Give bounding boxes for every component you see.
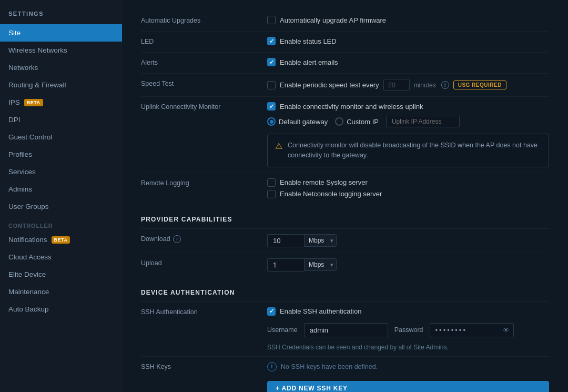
remote-syslog-wrapper[interactable]: Enable remote Syslog server [267,178,549,187]
led-checkbox-wrapper[interactable]: Enable status LED [267,37,549,45]
download-row: Download i Kbps Mbps Gbps [141,229,549,253]
show-password-icon[interactable]: 👁 [503,326,510,334]
speed-test-interval-input[interactable] [383,79,410,91]
sidebar-item-guest-control[interactable]: Guest Control [0,128,122,146]
download-unit-select[interactable]: Kbps Mbps Gbps [304,234,337,247]
remote-logging-label: Remote Logging [141,178,267,187]
alerts-control: Enable alert emails [267,58,549,66]
speed-test-info-icon[interactable]: i [441,81,449,89]
uplink-monitor-checkbox[interactable] [267,102,276,110]
automatic-upgrades-checkbox-label: Automatically upgrade AP firmware [280,16,386,24]
radio-dot-custom-ip[interactable] [335,117,343,126]
sidebar-item-ips[interactable]: IPS BETA [0,94,122,111]
alerts-checkbox-wrapper[interactable]: Enable alert emails [267,58,549,66]
alerts-checkbox[interactable] [267,58,276,66]
upload-row: Upload Kbps Mbps Gbps [141,253,549,277]
sidebar-item-networks[interactable]: Networks [0,59,122,76]
username-label: Username [267,326,298,334]
sidebar-item-profiles[interactable]: Profiles [0,146,122,163]
radio-dot-default-gateway[interactable] [267,117,276,126]
sidebar-item-user-groups[interactable]: User Groups [0,198,122,215]
sidebar-item-dpi[interactable]: DPI [0,111,122,128]
sidebar-item-elite-device[interactable]: Elite Device [0,266,122,283]
ssh-info-icon: i [267,362,277,371]
automatic-upgrades-checkbox-wrapper[interactable]: Automatically upgrade AP firmware [267,16,549,24]
remote-logging-row: Remote Logging Enable remote Syslog serv… [141,173,549,204]
speed-test-checkbox-wrapper[interactable]: Enable periodic speed test every [267,81,379,89]
netconsole-checkbox[interactable] [267,190,276,198]
ips-beta-badge: BETA [24,99,43,106]
speed-test-label: Speed Test [141,79,267,87]
radio-label-custom-ip: Custom IP [347,118,379,126]
led-checkbox-label: Enable status LED [280,37,337,45]
ssh-credentials-note: SSH Credentials can be seen and changed … [267,344,549,351]
ssh-auth-checkbox-wrapper[interactable]: Enable SSH authentication [267,307,549,316]
sidebar-item-routing-firewall[interactable]: Routing & Firewall [0,76,122,94]
ssh-keys-row: SSH Keys i No SSH keys have been defined… [141,357,549,393]
device-auth-heading: DEVICE AUTHENTICATION [141,277,549,302]
download-label: Download i [141,234,267,243]
sidebar-item-notifications[interactable]: Notifications BETA [0,231,122,248]
password-wrapper: 👁 [430,323,514,337]
uplink-monitor-checkbox-wrapper[interactable]: Enable connectivity monitor and wireless… [267,102,549,110]
notifications-beta-badge: BETA [52,236,70,244]
warning-triangle-icon: ⚠ [275,141,282,151]
ssh-auth-row: SSH Authentication Enable SSH authentica… [141,302,549,357]
speed-test-control: Enable periodic speed test every minutes… [267,79,549,91]
automatic-upgrades-checkbox[interactable] [267,16,276,24]
led-checkbox[interactable] [267,37,276,45]
upload-label: Upload [141,258,267,267]
add-ssh-key-button[interactable]: + ADD NEW SSH KEY [267,381,549,393]
username-input[interactable] [304,323,388,337]
radio-custom-ip[interactable]: Custom IP [335,117,379,126]
download-info-icon[interactable]: i [173,235,181,243]
speed-test-unit-label: minutes [414,82,436,89]
download-input-group: Kbps Mbps Gbps [267,234,337,247]
sidebar-item-cloud-access[interactable]: Cloud Access [0,248,122,266]
download-control: Kbps Mbps Gbps [267,234,549,247]
ssh-auth-checkbox-label: Enable SSH authentication [280,307,361,315]
alerts-label: Alerts [141,58,267,66]
sidebar-item-admins[interactable]: Admins [0,180,122,198]
sidebar-item-wireless-networks[interactable]: Wireless Networks [0,42,122,59]
speed-test-checkbox-label: Enable periodic speed test every [280,81,379,89]
led-label: LED [141,37,267,45]
controller-section-header: Controller [0,215,122,231]
provider-capabilities-heading: PROVIDER CAPABILITIES [141,204,549,229]
download-value-input[interactable] [267,234,304,247]
remote-syslog-checkbox[interactable] [267,178,276,187]
sidebar-item-services[interactable]: Services [0,163,122,180]
uplink-warning-text: Connectivity monitor will disable broadc… [288,140,541,160]
ssh-keys-empty-box: i No SSH keys have been defined. [267,362,549,371]
uplink-monitor-label: Uplink Connectivity Monitor [141,102,267,110]
download-unit-select-wrapper: Kbps Mbps Gbps [304,234,337,247]
ssh-keys-control: i No SSH keys have been defined. + ADD N… [267,362,549,393]
main-content: Automatic Upgrades Automatically upgrade… [122,0,568,392]
speed-test-checkbox[interactable] [267,81,276,89]
upload-value-input[interactable] [267,258,304,272]
custom-ip-input[interactable] [386,116,460,127]
password-input[interactable] [430,323,514,337]
remote-syslog-label: Enable remote Syslog server [280,178,368,186]
uplink-monitor-checkbox-label: Enable connectivity monitor and wireless… [280,103,423,110]
netconsole-wrapper[interactable]: Enable Netconsole logging server [267,190,549,198]
ssh-auth-checkbox[interactable] [267,307,276,316]
password-label: Password [394,326,423,334]
upload-control: Kbps Mbps Gbps [267,258,549,272]
ssh-keys-empty-message: No SSH keys have been defined. [281,363,378,370]
sidebar-item-maintenance[interactable]: Maintenance [0,283,122,300]
sidebar-item-site[interactable]: Site [0,24,122,42]
radio-default-gateway[interactable]: Default gateway [267,117,328,126]
uplink-warning-box: ⚠ Connectivity monitor will disable broa… [267,134,549,167]
sidebar-item-auto-backup[interactable]: Auto Backup [0,300,122,318]
upload-input-group: Kbps Mbps Gbps [267,258,337,272]
upload-unit-select-wrapper: Kbps Mbps Gbps [304,258,337,271]
automatic-upgrades-control: Automatically upgrade AP firmware [267,16,549,24]
remote-logging-control: Enable remote Syslog server Enable Netco… [267,178,549,198]
radio-label-default-gateway: Default gateway [279,118,328,126]
ssh-auth-label: SSH Authentication [141,307,267,316]
automatic-upgrades-row: Automatic Upgrades Automatically upgrade… [141,11,549,32]
led-control: Enable status LED [267,37,549,45]
upload-unit-select[interactable]: Kbps Mbps Gbps [304,258,337,271]
netconsole-label: Enable Netconsole logging server [280,190,382,198]
